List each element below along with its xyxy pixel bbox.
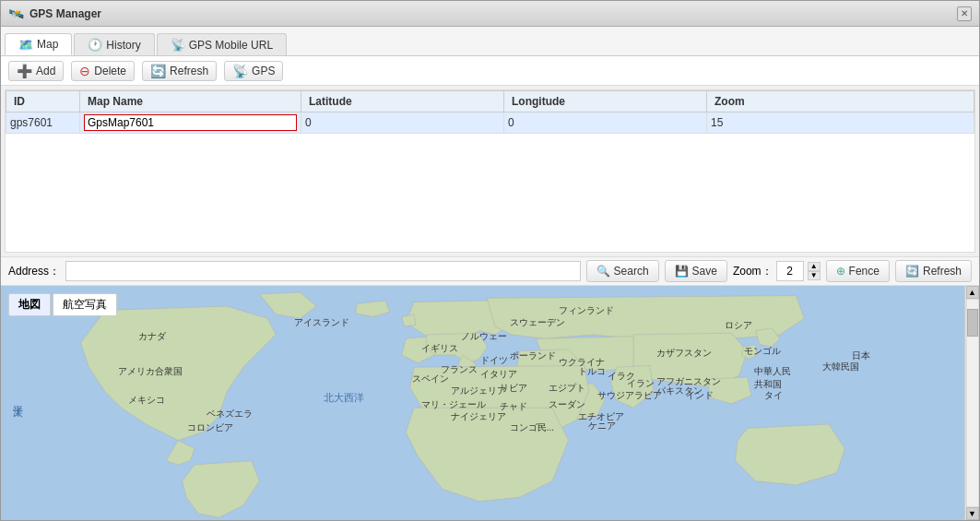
close-button[interactable]: ✕ xyxy=(957,6,972,21)
address-label: Address： xyxy=(8,264,60,279)
search-button[interactable]: 🔍 Search xyxy=(586,260,659,282)
table-row[interactable]: gps7601 0 0 15 xyxy=(6,112,974,134)
cell-map-name xyxy=(80,112,301,134)
save-button[interactable]: 💾 Save xyxy=(665,260,727,282)
map-name-input[interactable] xyxy=(84,114,297,131)
refresh-button[interactable]: 🔄 Refresh xyxy=(142,61,217,81)
toolbar: ➕ Add ⊖ Delete 🔄 Refresh 📡 GPS xyxy=(1,56,979,86)
content-area: ➕ Add ⊖ Delete 🔄 Refresh 📡 GPS xyxy=(1,56,979,520)
cell-id: gps7601 xyxy=(6,112,80,134)
cell-latitude: 0 xyxy=(301,112,504,134)
fence-label: Fence xyxy=(849,265,880,278)
scroll-down-button[interactable]: ▼ xyxy=(966,507,979,520)
address-bar: Address： 🔍 Search 💾 Save Zoom： ▲ ▼ ⊕ Fe xyxy=(1,256,979,286)
delete-button[interactable]: ⊖ Delete xyxy=(71,61,135,81)
history-tab-label: History xyxy=(106,39,140,52)
zoom-control: Zoom： ▲ ▼ xyxy=(733,261,821,281)
table-container: ID Map Name Latitude Longitude Zoom gps7… xyxy=(6,90,974,252)
map-scrollbar: ▲ ▼ xyxy=(964,286,979,520)
history-tab-icon: 🕐 xyxy=(88,38,102,52)
cell-zoom: 15 xyxy=(707,112,974,134)
zoom-up-button[interactable]: ▲ xyxy=(808,262,821,271)
map-refresh-button[interactable]: 🔄 Refresh xyxy=(895,260,972,282)
add-label: Add xyxy=(36,65,55,77)
gps-button[interactable]: 📡 GPS xyxy=(224,61,283,81)
zoom-input[interactable] xyxy=(776,261,804,281)
title-bar: 🛰️ GPS Manager ✕ xyxy=(1,1,979,27)
delete-icon: ⊖ xyxy=(79,64,90,78)
tab-bar: 🗺️ Map 🕐 History 📡 GPS Mobile URL xyxy=(1,27,979,56)
tab-map[interactable]: 🗺️ Map xyxy=(5,33,72,55)
fence-button[interactable]: ⊕ Fence xyxy=(826,260,890,282)
title-bar-left: 🛰️ GPS Manager xyxy=(8,6,101,21)
map-tab-label: Map xyxy=(37,38,58,51)
map-container[interactable]: フィンランド アイスランド スウェーデン ノルウェー ロシア イギリス ポーラン… xyxy=(1,286,979,520)
col-header-map-name: Map Name xyxy=(80,91,301,112)
save-label: Save xyxy=(692,265,717,278)
address-input[interactable] xyxy=(65,261,581,281)
col-header-latitude: Latitude xyxy=(301,91,504,112)
fence-icon: ⊕ xyxy=(836,265,845,278)
map-refresh-icon: 🔄 xyxy=(905,265,919,278)
map-svg xyxy=(1,286,979,520)
delete-label: Delete xyxy=(94,65,126,77)
map-type-map-button[interactable]: 地図 xyxy=(8,293,51,316)
main-content-panel: ID Map Name Latitude Longitude Zoom gps7… xyxy=(5,89,975,253)
tab-history[interactable]: 🕐 History xyxy=(74,33,154,55)
map-type-aerial-button[interactable]: 航空写真 xyxy=(53,293,117,316)
tab-gps-mobile-url[interactable]: 📡 GPS Mobile URL xyxy=(157,33,287,55)
map-tab-icon: 🗺️ xyxy=(18,38,33,52)
link-tab-icon: 📡 xyxy=(171,38,185,52)
zoom-label: Zoom： xyxy=(733,264,773,279)
gps-icon: 🛰️ xyxy=(8,6,24,21)
map-refresh-label: Refresh xyxy=(923,265,962,278)
scroll-up-button[interactable]: ▲ xyxy=(966,286,979,299)
scroll-thumb[interactable] xyxy=(967,309,978,337)
zoom-down-button[interactable]: ▼ xyxy=(808,271,821,280)
save-icon: 💾 xyxy=(675,265,689,278)
scroll-track[interactable] xyxy=(966,299,979,507)
gps-tool-icon: 📡 xyxy=(232,64,248,78)
map-type-controls: 地図 航空写真 xyxy=(8,293,117,316)
col-header-zoom: Zoom xyxy=(707,91,974,112)
gps-mobile-url-tab-label: GPS Mobile URL xyxy=(189,39,273,52)
add-button[interactable]: ➕ Add xyxy=(8,61,64,81)
col-header-id: ID xyxy=(6,91,80,112)
search-label: Search xyxy=(614,265,649,278)
cell-longitude: 0 xyxy=(504,112,707,134)
window-title: GPS Manager xyxy=(30,7,101,20)
data-table: ID Map Name Latitude Longitude Zoom gps7… xyxy=(6,90,974,134)
search-icon: 🔍 xyxy=(596,265,610,278)
gps-label: GPS xyxy=(252,65,275,77)
add-icon: ➕ xyxy=(17,64,32,78)
refresh-icon: 🔄 xyxy=(150,64,166,78)
col-header-longitude: Longitude xyxy=(504,91,707,112)
zoom-spinner: ▲ ▼ xyxy=(808,262,821,280)
window-frame: 🛰️ GPS Manager ✕ 🗺️ Map 🕐 History 📡 GPS … xyxy=(0,0,980,521)
refresh-label: Refresh xyxy=(170,65,208,77)
